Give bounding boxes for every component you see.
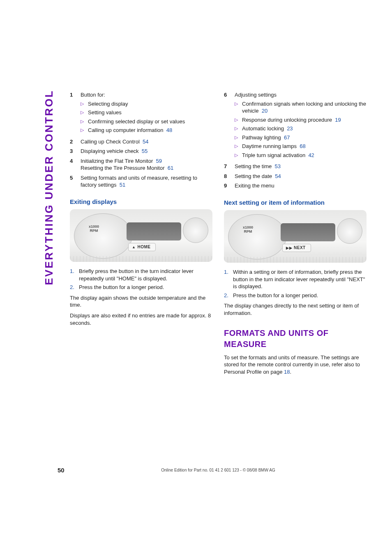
section-heading-formats: Formats and units of measure bbox=[224, 328, 367, 350]
step-num: 1. bbox=[70, 268, 79, 282]
sub-item: Selecting display bbox=[81, 100, 212, 108]
page-ref[interactable]: 51 bbox=[120, 182, 125, 188]
sub-item: Confirmation signals when locking and un… bbox=[235, 100, 367, 115]
figure-home-display: x1000RPM ▲ HOME bbox=[70, 209, 212, 262]
list-item: 3 Displaying vehicle check 55 bbox=[70, 148, 212, 155]
footer-text: Online Edition for Part no. 01 41 2 601 … bbox=[70, 467, 367, 473]
left-column: 1 Button for: Selecting display Setting … bbox=[70, 91, 212, 379]
step-num: 2. bbox=[70, 284, 79, 291]
list-item: 8 Setting the date 54 bbox=[224, 173, 367, 180]
page-footer: 50 Online Edition for Part no. 01 41 2 6… bbox=[0, 466, 392, 474]
page-ref[interactable]: 42 bbox=[308, 152, 314, 158]
page-ref[interactable]: 68 bbox=[300, 143, 305, 149]
page-ref[interactable]: 54 bbox=[143, 139, 148, 145]
steps-list: 1.Within a setting or item of informatio… bbox=[224, 268, 367, 299]
item-text: Adjusting settings bbox=[235, 92, 277, 98]
page-ref[interactable]: 59 bbox=[156, 158, 162, 164]
item-number: 5 bbox=[70, 174, 81, 189]
paragraph: The display again shows the outside temp… bbox=[70, 294, 212, 309]
paragraph: To set the formats and units of measure.… bbox=[224, 354, 367, 376]
item-number: 9 bbox=[224, 182, 235, 190]
list-item: 4 Initializing the Flat Tire Monitor 59 … bbox=[70, 157, 212, 172]
right-numbered-list: 6 Adjusting settings Confirmation signal… bbox=[224, 91, 367, 190]
page-ref[interactable]: 54 bbox=[275, 173, 281, 179]
list-item: 9 Exiting the menu bbox=[224, 182, 367, 190]
figure-next-display: x1000RPM ▶▶ NEXT bbox=[224, 210, 367, 263]
step-text: Press the button for a longer period. bbox=[79, 284, 212, 291]
item-number: 3 bbox=[70, 148, 81, 155]
page-ref[interactable]: 19 bbox=[335, 117, 341, 123]
page-ref[interactable]: 20 bbox=[262, 108, 267, 114]
up-icon: ▲ bbox=[132, 245, 136, 250]
paragraph: Displays are also exited if no entries a… bbox=[70, 312, 212, 326]
item-number: 6 bbox=[224, 91, 235, 160]
page-ref[interactable]: 23 bbox=[287, 125, 293, 132]
step-text: Press the button for a longer period. bbox=[233, 292, 367, 299]
step-num: 2. bbox=[224, 292, 233, 299]
list-item: 1 Button for: Selecting display Setting … bbox=[70, 91, 212, 136]
sub-item: Triple turn signal activation 42 bbox=[235, 152, 367, 159]
list-item: 6 Adjusting settings Confirmation signal… bbox=[224, 91, 367, 160]
sub-item: Confirming selected display or set value… bbox=[81, 118, 212, 125]
paragraph: The display changes directly to the next… bbox=[224, 302, 367, 317]
item-number: 7 bbox=[224, 163, 235, 170]
step-num: 1. bbox=[224, 268, 233, 290]
sub-item: Calling up computer information 48 bbox=[81, 127, 212, 134]
item-text: Button for: bbox=[81, 92, 105, 98]
right-column: 6 Adjusting settings Confirmation signal… bbox=[224, 91, 367, 379]
sub-item: Setting values bbox=[81, 109, 212, 116]
steps-list: 1.Briefly press the button in the turn i… bbox=[70, 268, 212, 291]
display-label-next: ▶▶ NEXT bbox=[282, 244, 311, 252]
page-ref[interactable]: 53 bbox=[275, 163, 281, 169]
list-item: 7 Setting the time 53 bbox=[224, 163, 367, 170]
item-number: 4 bbox=[70, 157, 81, 172]
sub-item: Pathway lighting 67 bbox=[235, 134, 367, 141]
display-label-home: ▲ HOME bbox=[128, 243, 156, 251]
left-numbered-list: 1 Button for: Selecting display Setting … bbox=[70, 91, 212, 189]
sub-item: Response during unlocking procedure 19 bbox=[235, 116, 367, 124]
list-item: 2 Calling up Check Control 54 bbox=[70, 138, 212, 146]
page-ref[interactable]: 55 bbox=[142, 148, 148, 154]
step-text: Briefly press the button in the turn ind… bbox=[79, 268, 212, 282]
list-item: 5 Setting formats and units of measure, … bbox=[70, 174, 212, 189]
page-ref[interactable]: 48 bbox=[166, 127, 172, 133]
sub-item: Automatic locking 23 bbox=[235, 125, 367, 132]
subheading-next-setting: Next setting or item of information bbox=[224, 199, 367, 207]
page-number: 50 bbox=[58, 466, 70, 474]
page-ref[interactable]: 18 bbox=[284, 369, 290, 375]
item-number: 1 bbox=[70, 91, 81, 136]
page-ref[interactable]: 61 bbox=[168, 165, 173, 171]
forward-icon: ▶▶ bbox=[286, 245, 292, 250]
item-number: 2 bbox=[70, 138, 81, 146]
step-text: Within a setting or item of information,… bbox=[233, 268, 367, 290]
sub-item: Daytime running lamps 68 bbox=[235, 143, 367, 150]
subheading-exiting-displays: Exiting displays bbox=[70, 198, 212, 206]
item-number: 8 bbox=[224, 173, 235, 180]
page-ref[interactable]: 67 bbox=[284, 134, 290, 141]
